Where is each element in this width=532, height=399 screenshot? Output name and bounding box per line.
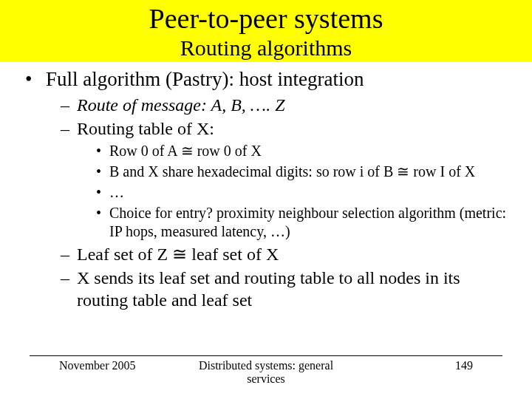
- bullet-dash-icon: –: [61, 243, 77, 265]
- bullet-level3: • …: [96, 183, 507, 202]
- bullet-level2: – X sends its leaf set and routing table…: [61, 267, 507, 311]
- sub4-text: X sends its leaf set and routing table t…: [77, 267, 507, 311]
- slide-footer: November 2005 Distributed systems: gener…: [30, 355, 502, 386]
- slide-content: • Full algorithm (Pastry): host integrat…: [0, 62, 532, 311]
- bullet-level2: – Routing table of X:: [61, 117, 507, 140]
- sub2-text: Routing table of X:: [77, 117, 214, 140]
- inner4-text: Choice for entry? proximity neighbour se…: [109, 204, 507, 241]
- bullet-dot-icon: •: [96, 142, 109, 160]
- sub1-text: Route of message: A, B, …. Z: [77, 94, 285, 116]
- bullet-dot-icon: •: [96, 204, 109, 241]
- bullet-level3: • Choice for entry? proximity neighbour …: [96, 204, 507, 241]
- slide-title: Peer-to-peer systems: [0, 3, 532, 35]
- bullet1-text: Full algorithm (Pastry): host integratio…: [46, 68, 364, 91]
- bullet-level2: – Route of message: A, B, …. Z: [61, 94, 507, 116]
- bullet-dot-icon: •: [96, 183, 109, 202]
- bullet-dash-icon: –: [61, 117, 77, 140]
- sub3-text: Leaf set of Z ≅ leaf set of X: [77, 243, 279, 265]
- slide-header: Peer-to-peer systems Routing algorithms: [0, 0, 532, 62]
- inner1-text: Row 0 of A ≅ row 0 of X: [109, 142, 262, 160]
- bullet-level3: • B and X share hexadecimal digits: so r…: [96, 163, 507, 181]
- bullet-dash-icon: –: [61, 94, 77, 116]
- footer-course: Distributed systems: general services: [197, 359, 335, 386]
- bullet-level3: • Row 0 of A ≅ row 0 of X: [96, 142, 507, 160]
- bullet-dash-icon: –: [61, 267, 77, 311]
- slide-subtitle: Routing algorithms: [0, 35, 532, 61]
- inner2-text: B and X share hexadecimal digits: so row…: [109, 163, 475, 181]
- footer-page-number: 149: [335, 359, 473, 386]
- footer-date: November 2005: [59, 359, 197, 386]
- bullet-dot-icon: •: [96, 163, 109, 181]
- bullet-dot-icon: •: [25, 68, 46, 91]
- bullet-level2: – Leaf set of Z ≅ leaf set of X: [61, 243, 507, 265]
- inner3-text: …: [109, 183, 124, 202]
- bullet-level1: • Full algorithm (Pastry): host integrat…: [25, 68, 507, 91]
